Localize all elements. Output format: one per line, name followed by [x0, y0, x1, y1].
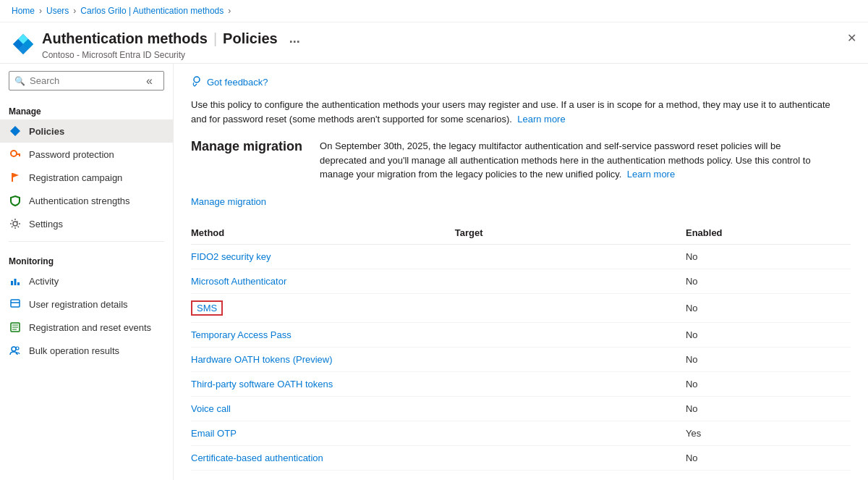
breadcrumb-users[interactable]: Users [46, 6, 69, 16]
sidebar-item-password-protection[interactable]: Password protection [0, 143, 173, 166]
table-cell-enabled: No [686, 293, 851, 322]
sidebar-item-label: Bulk operation results [29, 345, 119, 356]
sidebar-item-label: Policies [29, 126, 64, 137]
table-row: Temporary Access PassNo [191, 322, 851, 347]
sidebar-item-user-registration[interactable]: User registration details [0, 292, 173, 316]
header-title-block: Authentication methods | Policies ... Co… [42, 28, 856, 60]
close-button[interactable]: ✕ [847, 31, 856, 45]
table-cell-method: FIDO2 security key [191, 244, 455, 269]
sidebar-item-label: Activity [29, 276, 59, 287]
sidebar: 🔍 « Manage Policies Password protecti [0, 64, 174, 480]
page-header: Authentication methods | Policies ... Co… [0, 22, 868, 64]
sidebar-item-policies[interactable]: Policies [0, 119, 173, 143]
breadcrumb-home[interactable]: Home [12, 6, 35, 16]
table-row: FIDO2 security keyNo [191, 244, 851, 269]
table-header-enabled: Enabled [686, 222, 851, 245]
svg-rect-7 [16, 153, 20, 155]
diamond-icon [9, 125, 22, 138]
header-section: Policies [223, 30, 278, 47]
table-cell-method: Certificate-based authentication [191, 445, 455, 470]
sidebar-item-auth-strengths[interactable]: Authentication strengths [0, 189, 173, 212]
method-link[interactable]: Voice call [191, 403, 231, 414]
collapse-sidebar-button[interactable]: « [146, 75, 153, 88]
migration-description: On September 30th, 2025, the legacy mult… [320, 139, 812, 182]
sidebar-item-activity[interactable]: Activity [0, 269, 173, 292]
key-icon [9, 148, 22, 161]
method-link[interactable]: Email OTP [191, 428, 237, 439]
header-subtitle: Contoso - Microsoft Entra ID Security [42, 50, 856, 60]
sidebar-item-registration-campaign[interactable]: Registration campaign [0, 166, 173, 189]
sidebar-divider [9, 241, 164, 242]
svg-rect-9 [12, 173, 13, 182]
sms-highlighted-link[interactable]: SMS [191, 300, 223, 316]
content-area: Got feedback? Use this policy to configu… [174, 64, 868, 480]
table-cell-method: Email OTP [191, 421, 455, 445]
sidebar-item-label: Authentication strengths [29, 195, 129, 206]
breadcrumb-current: Carlos Grilo | Authentication methods [80, 6, 224, 16]
sidebar-item-label: Registration and reset events [29, 322, 151, 333]
svg-point-6 [11, 151, 17, 156]
app-logo [12, 33, 35, 56]
svg-point-11 [13, 222, 17, 226]
migration-learn-more-link[interactable]: Learn more [627, 169, 675, 180]
table-cell-enabled: No [686, 244, 851, 269]
table-cell-method: Hardware OATH tokens (Preview) [191, 347, 455, 371]
flag-icon [9, 171, 22, 184]
sidebar-item-registration-reset[interactable]: Registration and reset events [0, 316, 173, 339]
svg-rect-8 [19, 155, 20, 156]
sidebar-manage-label: Manage [0, 98, 173, 119]
feedback-bar[interactable]: Got feedback? [191, 75, 851, 89]
sidebar-item-label: Settings [29, 219, 63, 230]
list-icon [9, 321, 22, 334]
table-row: Hardware OATH tokens (Preview)No [191, 347, 851, 371]
svg-rect-15 [11, 300, 20, 307]
table-cell-method: Microsoft Authenticator [191, 269, 455, 293]
sidebar-item-settings[interactable]: Settings [0, 212, 173, 235]
people-icon [9, 344, 22, 357]
header-title: Authentication methods | Policies ... [42, 28, 856, 49]
sidebar-item-bulk-operation[interactable]: Bulk operation results [0, 339, 173, 362]
svg-marker-10 [13, 173, 19, 177]
table-row: Third-party software OATH tokensNo [191, 371, 851, 396]
breadcrumb-sep-1: › [39, 6, 42, 16]
method-link[interactable]: Microsoft Authenticator [191, 276, 286, 287]
search-input[interactable] [9, 71, 164, 90]
sidebar-item-label: Password protection [29, 149, 114, 160]
method-link[interactable]: Certificate-based authentication [191, 452, 323, 463]
table-cell-target [455, 396, 686, 421]
breadcrumb-sep-2: › [73, 6, 76, 16]
table-cell-enabled: No [686, 322, 851, 347]
table-row: SMSNo [191, 293, 851, 322]
method-link[interactable]: FIDO2 security key [191, 251, 271, 262]
header-main-title: Authentication methods [42, 30, 208, 47]
manage-migration-link[interactable]: Manage migration [191, 196, 266, 207]
table-cell-enabled: No [686, 347, 851, 371]
header-more-button[interactable]: ... [284, 28, 306, 49]
table-cell-target [455, 269, 686, 293]
table-cell-enabled: Yes [686, 421, 851, 445]
person-icon [9, 298, 22, 311]
search-icon: 🔍 [14, 76, 25, 86]
table-cell-method: Temporary Access Pass [191, 322, 455, 347]
sidebar-search-wrapper: 🔍 « [0, 64, 173, 98]
breadcrumb: Home › Users › Carlos Grilo | Authentica… [0, 0, 868, 22]
sidebar-item-label: User registration details [29, 299, 128, 310]
method-link[interactable]: Third-party software OATH tokens [191, 379, 333, 390]
table-cell-method: Third-party software OATH tokens [191, 371, 455, 396]
feedback-label: Got feedback? [207, 77, 268, 88]
policy-learn-more-link[interactable]: Learn more [517, 114, 565, 125]
methods-table: Method Target Enabled FIDO2 security key… [191, 222, 851, 471]
table-row: Microsoft AuthenticatorNo [191, 269, 851, 293]
method-link[interactable]: Hardware OATH tokens (Preview) [191, 354, 333, 365]
svg-rect-12 [11, 281, 13, 285]
chart-icon [9, 274, 22, 287]
main-layout: 🔍 « Manage Policies Password protecti [0, 64, 868, 480]
method-link[interactable]: Temporary Access Pass [191, 329, 292, 340]
sidebar-item-label: Registration campaign [29, 172, 122, 183]
table-cell-target [455, 244, 686, 269]
policy-description: Use this policy to configure the authent… [191, 98, 842, 126]
table-header-target: Target [455, 222, 686, 245]
manage-migration-title: Manage migration [191, 139, 302, 154]
svg-point-21 [12, 347, 16, 351]
table-cell-enabled: No [686, 445, 851, 470]
